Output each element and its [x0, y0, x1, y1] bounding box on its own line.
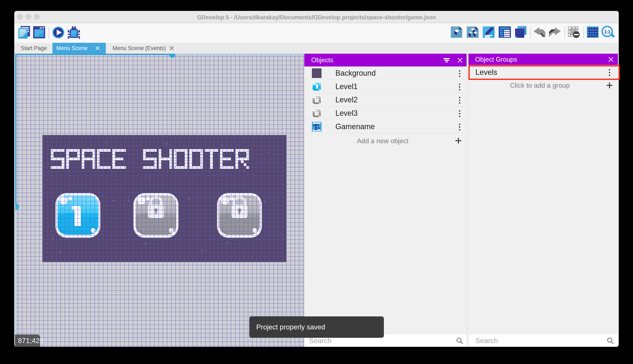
svg-text:1:1: 1:1: [604, 29, 610, 34]
